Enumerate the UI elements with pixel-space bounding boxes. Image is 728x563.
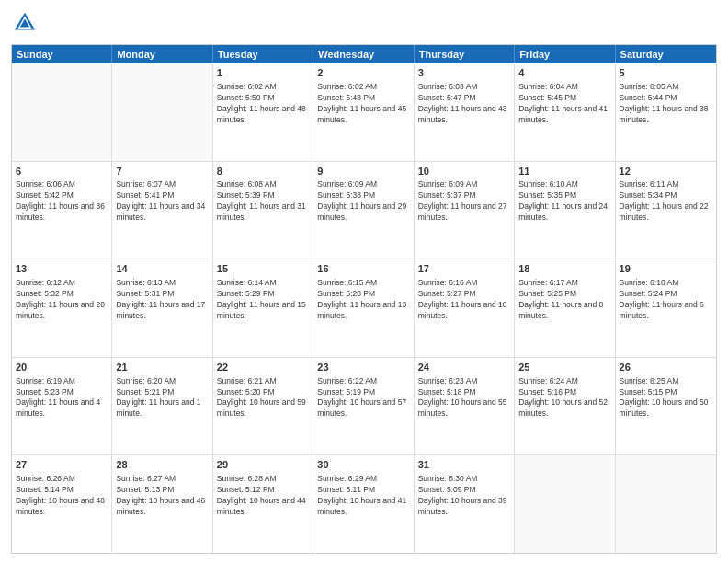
day-number: 21: [116, 361, 208, 374]
cal-cell: 1Sunrise: 6:02 AM Sunset: 5:50 PM Daylig…: [213, 63, 313, 161]
day-number: 12: [620, 165, 712, 178]
cal-cell: 24Sunrise: 6:23 AM Sunset: 5:18 PM Dayli…: [415, 358, 515, 455]
day-info: Sunrise: 6:20 AM Sunset: 5:21 PM Dayligh…: [116, 376, 208, 420]
day-info: Sunrise: 6:17 AM Sunset: 5:25 PM Dayligh…: [518, 278, 610, 322]
cal-cell: 21Sunrise: 6:20 AM Sunset: 5:21 PM Dayli…: [112, 358, 212, 455]
day-number: 3: [418, 66, 510, 80]
day-info: Sunrise: 6:26 AM Sunset: 5:14 PM Dayligh…: [16, 474, 108, 518]
cal-header-tuesday: Tuesday: [213, 45, 313, 63]
day-info: Sunrise: 6:10 AM Sunset: 5:35 PM Dayligh…: [518, 179, 610, 224]
day-number: 1: [217, 66, 309, 80]
day-info: Sunrise: 6:11 AM Sunset: 5:34 PM Dayligh…: [620, 179, 712, 224]
day-info: Sunrise: 6:19 AM Sunset: 5:23 PM Dayligh…: [16, 376, 108, 420]
calendar-body: 1Sunrise: 6:02 AM Sunset: 5:50 PM Daylig…: [12, 63, 716, 553]
day-number: 8: [217, 165, 309, 178]
day-info: Sunrise: 6:16 AM Sunset: 5:27 PM Dayligh…: [418, 278, 510, 322]
day-info: Sunrise: 6:30 AM Sunset: 5:09 PM Dayligh…: [418, 474, 510, 518]
day-number: 19: [620, 262, 712, 276]
cal-cell: 14Sunrise: 6:13 AM Sunset: 5:31 PM Dayli…: [112, 259, 212, 357]
cal-cell: 6Sunrise: 6:06 AM Sunset: 5:42 PM Daylig…: [12, 162, 112, 259]
day-info: Sunrise: 6:25 AM Sunset: 5:15 PM Dayligh…: [620, 376, 712, 420]
day-info: Sunrise: 6:02 AM Sunset: 5:48 PM Dayligh…: [317, 82, 409, 126]
day-info: Sunrise: 6:07 AM Sunset: 5:41 PM Dayligh…: [116, 179, 208, 224]
cal-week-4: 20Sunrise: 6:19 AM Sunset: 5:23 PM Dayli…: [12, 358, 716, 456]
day-info: Sunrise: 6:27 AM Sunset: 5:13 PM Dayligh…: [116, 474, 208, 518]
day-info: Sunrise: 6:28 AM Sunset: 5:12 PM Dayligh…: [217, 474, 309, 518]
cal-week-5: 27Sunrise: 6:26 AM Sunset: 5:14 PM Dayli…: [12, 455, 716, 553]
day-number: 9: [317, 165, 409, 178]
day-info: Sunrise: 6:23 AM Sunset: 5:18 PM Dayligh…: [418, 376, 510, 420]
cal-week-1: 1Sunrise: 6:02 AM Sunset: 5:50 PM Daylig…: [12, 63, 716, 162]
day-number: 26: [620, 361, 712, 374]
logo-icon: [11, 9, 39, 37]
day-info: Sunrise: 6:13 AM Sunset: 5:31 PM Dayligh…: [116, 278, 208, 322]
day-number: 2: [317, 66, 409, 80]
day-info: Sunrise: 6:14 AM Sunset: 5:29 PM Dayligh…: [217, 278, 309, 322]
cal-cell: 27Sunrise: 6:26 AM Sunset: 5:14 PM Dayli…: [12, 455, 112, 553]
cal-cell: 3Sunrise: 6:03 AM Sunset: 5:47 PM Daylig…: [415, 63, 515, 161]
day-number: 6: [16, 165, 108, 178]
cal-cell: 11Sunrise: 6:10 AM Sunset: 5:35 PM Dayli…: [515, 162, 615, 259]
day-info: Sunrise: 6:06 AM Sunset: 5:42 PM Dayligh…: [16, 179, 108, 224]
day-number: 5: [620, 66, 712, 80]
day-number: 13: [16, 262, 108, 276]
day-number: 22: [217, 361, 309, 374]
day-number: 11: [518, 165, 610, 178]
cal-header-friday: Friday: [515, 45, 615, 63]
day-number: 17: [418, 262, 510, 276]
day-info: Sunrise: 6:02 AM Sunset: 5:50 PM Dayligh…: [217, 82, 309, 126]
page: SundayMondayTuesdayWednesdayThursdayFrid…: [0, 0, 728, 563]
cal-cell: 13Sunrise: 6:12 AM Sunset: 5:32 PM Dayli…: [12, 259, 112, 357]
cal-cell: 12Sunrise: 6:11 AM Sunset: 5:34 PM Dayli…: [616, 162, 716, 259]
day-number: 7: [116, 165, 208, 178]
day-number: 15: [217, 262, 309, 276]
cal-cell: 26Sunrise: 6:25 AM Sunset: 5:15 PM Dayli…: [616, 358, 716, 455]
cal-cell: 5Sunrise: 6:05 AM Sunset: 5:44 PM Daylig…: [616, 63, 716, 161]
cal-cell: 31Sunrise: 6:30 AM Sunset: 5:09 PM Dayli…: [415, 455, 515, 553]
logo: [11, 9, 42, 37]
cal-header-wednesday: Wednesday: [313, 45, 414, 63]
day-info: Sunrise: 6:22 AM Sunset: 5:19 PM Dayligh…: [317, 376, 409, 420]
calendar: SundayMondayTuesdayWednesdayThursdayFrid…: [11, 44, 717, 554]
cal-cell: 10Sunrise: 6:09 AM Sunset: 5:37 PM Dayli…: [415, 162, 515, 259]
day-number: 24: [418, 361, 510, 374]
cal-cell: 4Sunrise: 6:04 AM Sunset: 5:45 PM Daylig…: [515, 63, 615, 161]
cal-week-3: 13Sunrise: 6:12 AM Sunset: 5:32 PM Dayli…: [12, 259, 716, 358]
day-number: 28: [116, 458, 208, 472]
day-number: 20: [16, 361, 108, 374]
day-number: 16: [317, 262, 409, 276]
cal-cell: 15Sunrise: 6:14 AM Sunset: 5:29 PM Dayli…: [213, 259, 313, 357]
cal-cell: 16Sunrise: 6:15 AM Sunset: 5:28 PM Dayli…: [313, 259, 414, 357]
day-info: Sunrise: 6:05 AM Sunset: 5:44 PM Dayligh…: [620, 82, 712, 126]
cal-cell: 7Sunrise: 6:07 AM Sunset: 5:41 PM Daylig…: [112, 162, 212, 259]
day-number: 4: [518, 66, 610, 80]
day-info: Sunrise: 6:15 AM Sunset: 5:28 PM Dayligh…: [317, 278, 409, 322]
cal-header-sunday: Sunday: [12, 45, 112, 63]
day-info: Sunrise: 6:09 AM Sunset: 5:37 PM Dayligh…: [418, 179, 510, 224]
day-info: Sunrise: 6:29 AM Sunset: 5:11 PM Dayligh…: [317, 474, 409, 518]
cal-cell: 2Sunrise: 6:02 AM Sunset: 5:48 PM Daylig…: [313, 63, 414, 161]
day-number: 23: [317, 361, 409, 374]
day-number: 30: [317, 458, 409, 472]
cal-cell: [12, 63, 112, 161]
cal-cell: 23Sunrise: 6:22 AM Sunset: 5:19 PM Dayli…: [313, 358, 414, 455]
cal-cell: [515, 455, 615, 553]
cal-cell: 25Sunrise: 6:24 AM Sunset: 5:16 PM Dayli…: [515, 358, 615, 455]
calendar-header-row: SundayMondayTuesdayWednesdayThursdayFrid…: [12, 45, 716, 63]
cal-header-saturday: Saturday: [616, 45, 716, 63]
cal-cell: 17Sunrise: 6:16 AM Sunset: 5:27 PM Dayli…: [415, 259, 515, 357]
day-info: Sunrise: 6:18 AM Sunset: 5:24 PM Dayligh…: [620, 278, 712, 322]
cal-cell: [616, 455, 716, 553]
day-number: 29: [217, 458, 309, 472]
cal-cell: 20Sunrise: 6:19 AM Sunset: 5:23 PM Dayli…: [12, 358, 112, 455]
cal-header-thursday: Thursday: [415, 45, 515, 63]
day-number: 14: [116, 262, 208, 276]
cal-cell: 29Sunrise: 6:28 AM Sunset: 5:12 PM Dayli…: [213, 455, 313, 553]
day-number: 18: [518, 262, 610, 276]
header: [11, 9, 717, 37]
day-info: Sunrise: 6:04 AM Sunset: 5:45 PM Dayligh…: [518, 82, 610, 126]
cal-header-monday: Monday: [112, 45, 212, 63]
day-info: Sunrise: 6:09 AM Sunset: 5:38 PM Dayligh…: [317, 179, 409, 224]
cal-cell: 22Sunrise: 6:21 AM Sunset: 5:20 PM Dayli…: [213, 358, 313, 455]
cal-cell: 9Sunrise: 6:09 AM Sunset: 5:38 PM Daylig…: [313, 162, 414, 259]
